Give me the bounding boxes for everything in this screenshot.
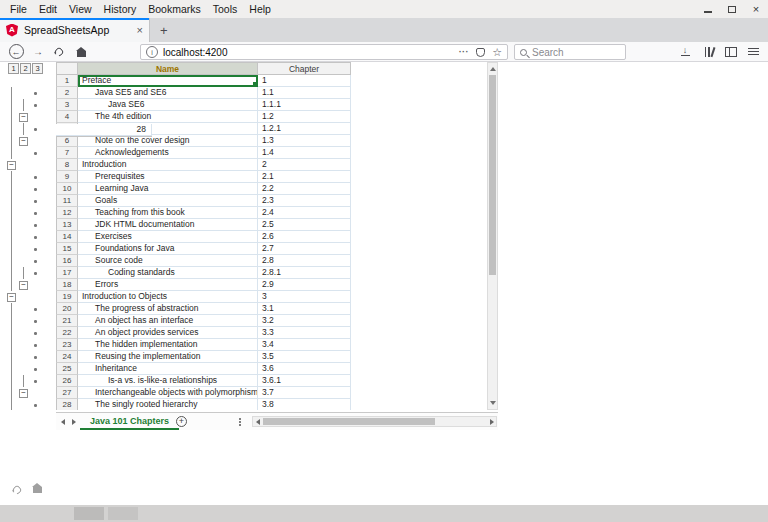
cell-name[interactable]: Goals	[78, 195, 258, 207]
cell-chapter[interactable]: 2.1	[258, 171, 351, 183]
scroll-down-arrow[interactable]	[488, 398, 497, 408]
cell-chapter[interactable]: 1.1	[258, 87, 351, 99]
menu-history[interactable]: History	[98, 0, 143, 18]
minimize-button[interactable]	[696, 0, 720, 18]
cell-name[interactable]: Coding standards	[78, 267, 258, 279]
row-header[interactable]: 16	[56, 255, 78, 267]
cell-name[interactable]: Prerequisites	[78, 171, 258, 183]
cell-chapter[interactable]: 3.1	[258, 303, 351, 315]
cell-chapter[interactable]: 1.2	[258, 111, 351, 123]
cell-chapter[interactable]: 2.8	[258, 255, 351, 267]
cell-name[interactable]: The progress of abstraction	[78, 303, 258, 315]
cell-name[interactable]: An object provides services	[78, 327, 258, 339]
browser-tab-spreadsheetsapp[interactable]: A SpreadSheetsApp ×	[0, 18, 150, 42]
cell-name[interactable]: Acknowledgements	[78, 147, 258, 159]
menu-file[interactable]: File	[4, 0, 33, 18]
url-text[interactable]: localhost:4200	[163, 47, 459, 58]
cell-name[interactable]: An object has an interface	[78, 315, 258, 327]
cell-chapter[interactable]: 2.4	[258, 207, 351, 219]
cell-chapter[interactable]: 2.5	[258, 219, 351, 231]
pocket-icon[interactable]	[476, 48, 485, 57]
cell-page[interactable]: 28	[56, 124, 152, 136]
outline-level-2-button[interactable]: 2	[20, 63, 31, 74]
row-header[interactable]: 8	[56, 159, 78, 171]
menu-help[interactable]: Help	[243, 0, 277, 18]
back-button[interactable]: ←	[6, 42, 26, 61]
cell-name[interactable]: Interchangeable objects with polymorphis…	[78, 387, 258, 399]
maximize-button[interactable]	[720, 0, 744, 18]
cell-chapter[interactable]: 2.8.1	[258, 267, 351, 279]
collapse-button[interactable]: −	[19, 281, 28, 290]
menu-bookmarks[interactable]: Bookmarks	[142, 0, 207, 18]
cell-name[interactable]: Errors	[78, 279, 258, 291]
page-actions-icon[interactable]: ···	[459, 48, 470, 57]
cell-name[interactable]: Introduction	[78, 159, 258, 171]
row-header[interactable]: 7	[56, 147, 78, 159]
sheet-menu-icon[interactable]	[236, 416, 244, 428]
collapse-button[interactable]: −	[19, 389, 28, 398]
select-all-corner[interactable]	[56, 62, 78, 75]
row-header[interactable]: 2	[56, 87, 78, 99]
row-header[interactable]: 25	[56, 363, 78, 375]
row-header[interactable]: 13	[56, 219, 78, 231]
scroll-up-arrow[interactable]	[488, 64, 497, 74]
row-header[interactable]: 1	[56, 75, 78, 87]
cell-name[interactable]: Inheritance	[78, 363, 258, 375]
row-header[interactable]: 23	[56, 339, 78, 351]
outline-level-3-button[interactable]: 3	[32, 63, 43, 74]
row-header[interactable]: 17	[56, 267, 78, 279]
collapse-button[interactable]: −	[19, 137, 28, 146]
cell-name[interactable]: The hidden implementation	[78, 339, 258, 351]
sheet-prev-arrow[interactable]	[58, 413, 68, 430]
row-header[interactable]: 3	[56, 99, 78, 111]
cell-name[interactable]: Learning Java	[78, 183, 258, 195]
cell-chapter[interactable]: 3	[258, 291, 351, 303]
row-header[interactable]: 24	[56, 351, 78, 363]
row-header[interactable]: 28	[56, 399, 78, 410]
cell-name[interactable]: JDK HTML documentation	[78, 219, 258, 231]
row-header[interactable]: 27	[56, 387, 78, 399]
cell-name[interactable]: Preface	[78, 75, 258, 87]
cell-chapter[interactable]: 2.6	[258, 231, 351, 243]
cell-chapter[interactable]: 1.3	[258, 135, 351, 147]
column-header-name[interactable]: Name	[78, 62, 258, 75]
cell-chapter[interactable]: 2	[258, 159, 351, 171]
downloads-button[interactable]: ↓	[676, 42, 694, 61]
outline-level-1-button[interactable]: 1	[8, 63, 19, 74]
cell-name[interactable]: Java SE6	[78, 99, 258, 111]
collapse-button[interactable]: −	[19, 113, 28, 122]
search-input[interactable]	[532, 47, 616, 58]
row-header[interactable]: 9	[56, 171, 78, 183]
column-header-chapter[interactable]: Chapter	[258, 62, 351, 75]
row-header[interactable]: 19	[56, 291, 78, 303]
home-button[interactable]	[72, 42, 90, 61]
cell-name[interactable]: Reusing the implementation	[78, 351, 258, 363]
collapse-button[interactable]: −	[7, 293, 16, 302]
cell-name[interactable]: Introduction to Objects	[78, 291, 258, 303]
sheet-next-arrow[interactable]	[69, 413, 79, 430]
bookmark-star-icon[interactable]: ☆	[492, 47, 502, 58]
add-sheet-button[interactable]: +	[176, 416, 187, 427]
cell-chapter[interactable]: 3.6.1	[258, 375, 351, 387]
row-header[interactable]: 22	[56, 327, 78, 339]
site-info-icon[interactable]: i	[146, 46, 158, 58]
vertical-scroll-thumb[interactable]	[489, 75, 496, 275]
new-tab-button[interactable]: +	[150, 20, 178, 42]
sheet-tab-java-101-chapters[interactable]: Java 101 Chapters	[80, 413, 179, 430]
cell-chapter[interactable]: 3.2	[258, 315, 351, 327]
cell-chapter[interactable]: 2.3	[258, 195, 351, 207]
reload-button[interactable]	[50, 42, 68, 61]
close-button[interactable]: ×	[744, 0, 768, 18]
cell-chapter[interactable]: 3.5	[258, 351, 351, 363]
search-bar[interactable]	[514, 44, 626, 60]
menu-edit[interactable]: Edit	[33, 0, 63, 18]
collapse-button[interactable]: −	[7, 161, 16, 170]
row-header[interactable]: 15	[56, 243, 78, 255]
row-header[interactable]: 20	[56, 303, 78, 315]
menu-view[interactable]: View	[63, 0, 98, 18]
cell-chapter[interactable]: 3.6	[258, 363, 351, 375]
cell-chapter[interactable]: 2.9	[258, 279, 351, 291]
cell-chapter[interactable]: 1.4	[258, 147, 351, 159]
cell-name[interactable]: Foundations for Java	[78, 243, 258, 255]
cell-chapter[interactable]: 3.8	[258, 399, 351, 410]
